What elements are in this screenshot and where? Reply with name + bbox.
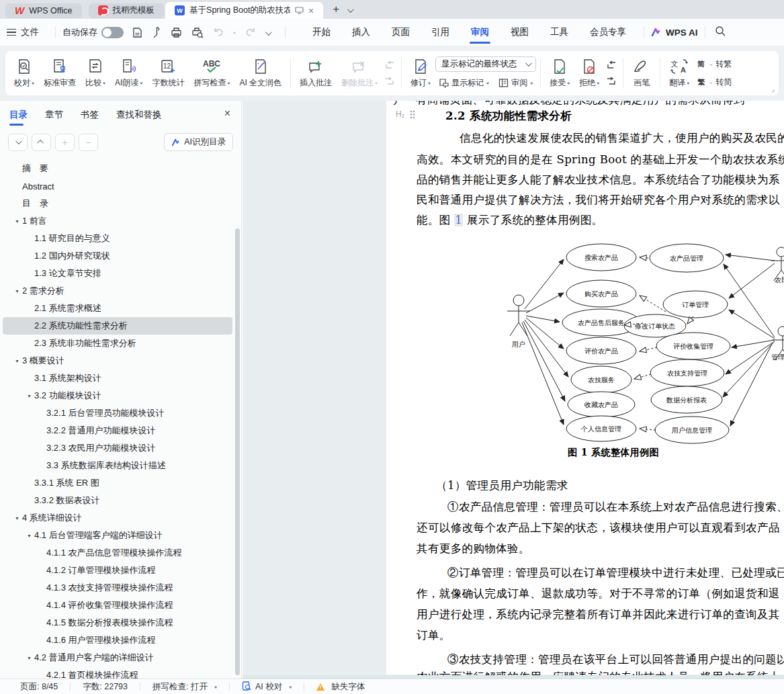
document-workspace[interactable]: H₂ 户 有商铺页面、可靠数据及稳定的系统及其满足用户的需求从而得到 2.2 系… — [243, 101, 784, 679]
outline-item[interactable]: ▼ 4.1 后台管理端客户端的详细设计 — [3, 527, 232, 544]
collapse-arrow-icon[interactable]: ▼ — [24, 394, 34, 398]
outline-item[interactable]: 3.2.1 后台管理员功能模块设计 — [3, 404, 232, 422]
outline-item[interactable]: 4.1.1 农产品信息管理模块操作流程 — [3, 544, 232, 562]
compare-button[interactable]: 比较▾ — [81, 56, 110, 91]
outline-item[interactable]: 3.1 系统架构设计 — [3, 370, 232, 387]
outline-item[interactable]: 目 录 — [3, 195, 232, 212]
translate-button[interactable]: 文A 翻译▾ — [664, 56, 694, 91]
outline-item[interactable]: ▼ 4 系统详细设计 — [3, 509, 232, 527]
outline-item[interactable]: 4.2.1 首页模块操作流程 — [3, 666, 232, 679]
spellcheck-status[interactable]: 拼写检查: 打开 — [153, 681, 208, 693]
page-indicator[interactable]: 页面: 8/45 — [20, 681, 58, 693]
sidebar-tab-chapters[interactable]: 章节 — [45, 101, 63, 129]
print-preview-icon[interactable] — [191, 27, 204, 38]
tab-page[interactable]: 页面 — [389, 19, 412, 45]
show-markup-button[interactable]: 显示标记▾ — [435, 75, 492, 91]
collapse-arrow-icon[interactable]: ▼ — [12, 516, 22, 521]
wps-ai-button[interactable]: WPS AI — [651, 28, 698, 38]
outline-item[interactable]: 2.2 系统功能性需求分析 — [3, 317, 232, 335]
to-simplified-button[interactable]: 繁→ 转简 — [694, 75, 735, 90]
outline-item[interactable]: ▼ 4.2 普通用户客户端的详细设计 — [3, 649, 232, 666]
tab-docer-templates[interactable]: 找稻壳模板 — [89, 3, 165, 18]
sidebar-tab-find-replace[interactable]: 查找和替换 — [116, 101, 162, 129]
sidebar-tab-toc[interactable]: 目录 — [9, 101, 28, 129]
previous-change-button[interactable] — [604, 58, 619, 73]
outline-item[interactable]: 3.2.2 普通用户功能模块设计 — [3, 422, 232, 439]
tab-review[interactable]: 审阅 — [468, 19, 492, 45]
collapse-arrow-icon[interactable]: ▼ — [24, 533, 34, 538]
standard-review-button[interactable]: 标准审查 — [39, 56, 81, 91]
tab-current-document[interactable]: W 基于Spring Boot的助农扶农 × — [165, 2, 323, 19]
tab-home[interactable]: 开始 — [310, 19, 333, 45]
ai-read-aloud-button[interactable]: AI朗读▾ — [110, 56, 147, 91]
use-case-diagram[interactable]: 用户 搜索农产品 购买农产品 农产品售后服务 评价农产品 农技服务 收藏农产品 … — [494, 242, 784, 447]
review-pane-button[interactable]: 审阅▾ — [495, 75, 536, 91]
outline-item[interactable]: 4.1.2 订单管理模块操作流程 — [3, 562, 232, 579]
tab-insert[interactable]: 插入 — [349, 19, 373, 45]
outline-item[interactable]: 2.1 系统需求概述 — [3, 300, 232, 317]
outline-item[interactable]: 2.3 系统非功能性需求分析 — [3, 335, 232, 352]
outline-item[interactable]: 3.2.3 农民用户功能模块设计 — [3, 439, 232, 457]
ai-polish-button[interactable]: AI 全文润色 — [234, 56, 286, 91]
outline-item[interactable]: 4.1.4 评价收集管理模块操作流程 — [3, 597, 232, 614]
close-tab-icon[interactable]: × — [308, 5, 314, 16]
search-icon[interactable] — [715, 26, 726, 39]
outline-item[interactable]: 4.1.3 农技支持管理模块操作流程 — [3, 579, 232, 597]
toc-previous-heading-button[interactable] — [32, 134, 51, 151]
spellcheck-chevron-icon[interactable]: ▾ — [214, 684, 217, 689]
missing-font-button[interactable]: 缺失字体 — [331, 681, 365, 693]
outline-item[interactable]: 4.1.6 用户管理模块操作流程 — [3, 632, 232, 649]
outline-item[interactable]: 3.3.1 系统 ER 图 — [3, 474, 232, 492]
save-icon[interactable] — [132, 27, 143, 38]
screen-share-icon[interactable] — [295, 7, 304, 14]
quick-access-chevron-icon[interactable] — [265, 28, 270, 38]
word-count-button[interactable]: 12 字数统计 — [147, 56, 189, 91]
ai-recognize-toc-button[interactable]: AI识别目录 — [164, 133, 233, 151]
heading-level-badge[interactable]: H₂ — [396, 110, 415, 119]
outline-item[interactable]: ▼ 3.2 功能模块设计 — [3, 387, 232, 404]
sidebar-scrollbar[interactable] — [235, 228, 240, 675]
print-icon[interactable] — [171, 27, 182, 38]
track-changes-button[interactable]: 修订▾ — [406, 56, 435, 91]
tab-wps-office[interactable]: W WPS Office — [5, 3, 82, 18]
to-traditional-button[interactable]: 简→ 转繁 — [694, 56, 735, 72]
hamburger-icon[interactable] — [7, 29, 16, 36]
collapse-arrow-icon[interactable]: ▼ — [12, 289, 22, 294]
outline-item[interactable]: ▼ 3 概要设计 — [3, 352, 232, 370]
tab-tools[interactable]: 工具 — [548, 19, 571, 45]
toc-next-heading-button[interactable] — [8, 134, 28, 151]
outline-item[interactable]: ▼ 2 需求分析 — [3, 282, 232, 300]
ai-proof-button[interactable]: AI 校对 — [255, 681, 282, 693]
outline-item[interactable]: 3.3.2 数据表设计 — [3, 492, 232, 509]
collapse-arrow-icon[interactable]: ▼ — [24, 656, 34, 660]
sidebar-tab-bookmarks[interactable]: 书签 — [81, 101, 99, 129]
word-count-indicator[interactable]: 字数: 22793 — [83, 681, 128, 693]
reject-changes-button[interactable]: 拒绝▾ — [574, 56, 604, 91]
export-icon[interactable] — [153, 27, 161, 38]
markup-state-dropdown[interactable]: 显示标记的最终状态 — [435, 56, 536, 72]
sidebar-close-icon[interactable]: × — [224, 107, 230, 120]
new-tab-button[interactable]: + — [333, 3, 339, 16]
accept-changes-button[interactable]: 接受▾ — [545, 56, 574, 91]
tab-reference[interactable]: 引用 — [429, 19, 452, 45]
next-change-button[interactable] — [604, 75, 619, 89]
outline-item[interactable]: 1.3 论文章节安排 — [3, 265, 232, 282]
outline-item[interactable]: ▼ 1 前言 — [3, 212, 232, 230]
file-menu[interactable]: 文件 — [21, 26, 39, 38]
outline-item[interactable]: 1.1 研究目的与意义 — [3, 230, 232, 247]
spell-check-button[interactable]: ABC 拼写检查▾ — [189, 56, 234, 91]
proofread-button[interactable]: 校对▾ — [9, 56, 39, 91]
ink-brush-button[interactable]: 画笔 — [627, 56, 656, 91]
ai-proof-chevron-icon[interactable]: ▾ — [289, 684, 292, 689]
autosave-toggle[interactable] — [101, 27, 124, 38]
outline-item[interactable]: 4.1.5 数据分析报表模块操作流程 — [3, 614, 232, 632]
tab-view[interactable]: 视图 — [508, 19, 531, 45]
tab-member[interactable]: 会员专享 — [587, 19, 629, 45]
ribbon-expand-icon[interactable]: ⌟ — [771, 85, 775, 93]
outline-item[interactable]: 3.3 系统数据库表结构设计描述 — [3, 457, 232, 474]
outline-item[interactable]: 1.2 国内外研究现状 — [3, 247, 232, 265]
figure-cross-reference[interactable]: 1 — [454, 214, 463, 226]
tab-list-chevron-icon[interactable] — [347, 5, 352, 15]
outline-item[interactable]: 摘 要 — [3, 160, 232, 177]
collapse-arrow-icon[interactable]: ▼ — [12, 359, 22, 363]
